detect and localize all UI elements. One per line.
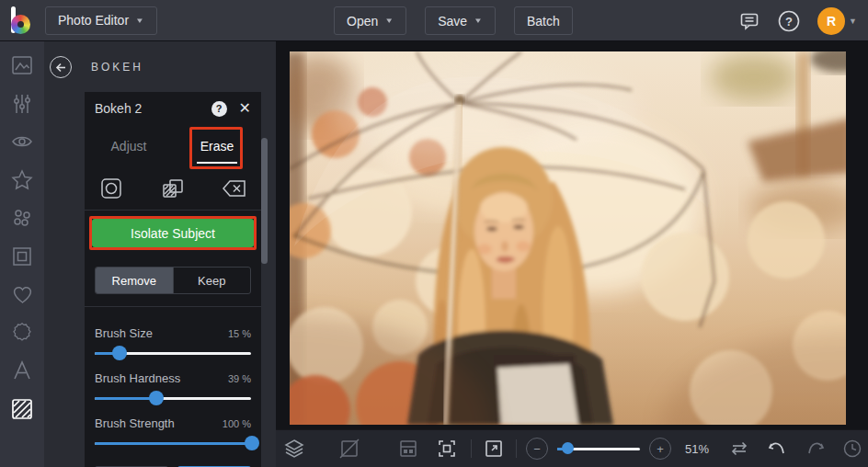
card-title-row: Bokeh 2 ? ✕	[85, 92, 261, 125]
tab-adjust[interactable]: Adjust	[85, 125, 173, 167]
before-after-loop-icon[interactable]	[728, 439, 750, 458]
tab-erase[interactable]: Erase	[173, 125, 261, 167]
divider	[85, 210, 261, 211]
sidebar-item-graphics[interactable]	[10, 322, 34, 344]
chevron-down-icon: ▼	[849, 17, 857, 26]
brush-size-group: Brush Size 15 %	[95, 326, 251, 363]
textures-icon	[11, 398, 33, 420]
sidebar-item-edit[interactable]	[10, 54, 34, 76]
befunky-logo-icon[interactable]	[8, 6, 36, 34]
chevron-down-icon: ▼	[135, 17, 144, 25]
divider	[471, 439, 472, 458]
panel-header: BOKEH	[44, 56, 143, 78]
slider-thumb[interactable]	[149, 391, 164, 405]
avatar: R	[817, 7, 845, 35]
sidebar-item-adjust[interactable]	[10, 93, 34, 115]
card-help-icon[interactable]: ?	[211, 101, 227, 117]
zoom-level: 51%	[680, 442, 714, 456]
card-close-icon[interactable]: ✕	[239, 101, 251, 116]
effects-star-icon	[11, 169, 33, 190]
brush-size-label: Brush Size	[95, 326, 153, 340]
remove-keep-toggle: Remove Keep	[95, 267, 251, 294]
canvas-area[interactable]	[276, 41, 868, 429]
brush-strength-value: 100 %	[223, 418, 251, 429]
redo-icon[interactable]	[805, 439, 827, 458]
sidebar-item-frames[interactable]	[10, 245, 34, 268]
tool-rail	[0, 41, 44, 467]
adjust-sliders-icon	[12, 94, 32, 114]
zoom-slider[interactable]	[557, 439, 640, 458]
layers-icon[interactable]	[283, 439, 305, 459]
fit-screen-icon[interactable]	[436, 439, 458, 459]
canvas-layout-icon[interactable]	[397, 439, 419, 459]
photo-editor-app: Photo Editor ▼ Open ▼ Save ▼ Batch	[0, 0, 868, 467]
erase-tools-row	[85, 167, 261, 210]
bokeh-panel: BOKEH Bokeh 2 ? ✕ Adjust Erase	[44, 41, 276, 467]
account-menu[interactable]: R ▼	[817, 7, 857, 35]
sidebar-item-overlays[interactable]	[10, 283, 34, 305]
slider-thumb[interactable]	[245, 436, 259, 450]
product-menu-button[interactable]: Photo Editor ▼	[45, 6, 157, 35]
sidebar-item-textures[interactable]	[10, 398, 34, 420]
chevron-down-icon: ▼	[384, 17, 394, 25]
brush-size-slider[interactable]	[95, 343, 251, 363]
tab-bar: Adjust Erase	[85, 125, 261, 167]
product-menu-label: Photo Editor	[58, 13, 129, 28]
back-button[interactable]	[50, 56, 72, 78]
history-clock-icon[interactable]	[841, 439, 863, 459]
frames-icon	[12, 246, 32, 267]
topbar-right: ? R ▼	[738, 0, 857, 41]
brush-strength-group: Brush Strength 100 %	[95, 416, 251, 453]
sidebar-item-effects[interactable]	[10, 169, 34, 191]
brush-strength-label: Brush Strength	[95, 416, 175, 430]
brush-size-value: 15 %	[228, 328, 251, 339]
brush-sliders: Brush Size 15 % Brush Hardness 39 %	[85, 307, 261, 453]
bokeh-settings-card: Bokeh 2 ? ✕ Adjust Erase	[85, 92, 261, 467]
topbar: Photo Editor ▼ Open ▼ Save ▼ Batch	[0, 0, 868, 41]
open-fullscreen-icon[interactable]	[483, 439, 505, 459]
touchup-eye-icon	[11, 133, 33, 150]
text-icon	[12, 360, 32, 381]
brush-hardness-value: 39 %	[228, 373, 251, 384]
undo-icon[interactable]	[766, 439, 788, 458]
brush-hardness-slider[interactable]	[95, 388, 251, 408]
brush-strength-slider[interactable]	[95, 433, 251, 453]
zoom-in-icon[interactable]: +	[649, 438, 671, 460]
panel-scrollbar[interactable]	[261, 138, 268, 264]
image-edit-icon	[11, 55, 33, 75]
card-title: Bokeh 2	[95, 101, 211, 116]
chevron-down-icon: ▼	[474, 17, 483, 25]
compare-icon[interactable]	[338, 439, 360, 459]
artsy-dots-icon	[12, 208, 32, 228]
invert-mask-icon[interactable]	[159, 175, 187, 202]
overlays-heart-icon	[12, 285, 33, 304]
zoom-out-icon[interactable]: −	[526, 438, 548, 460]
svg-text:?: ?	[785, 15, 793, 28]
brush-hardness-label: Brush Hardness	[95, 371, 180, 385]
sidebar-item-touchup[interactable]	[10, 131, 34, 153]
batch-button[interactable]: Batch	[514, 6, 573, 35]
slider-thumb[interactable]	[112, 346, 127, 360]
divider	[516, 439, 517, 458]
chat-icon[interactable]	[738, 10, 760, 32]
brush-shape-icon[interactable]	[97, 175, 125, 202]
arrow-left-icon	[55, 62, 67, 74]
sidebar-item-text[interactable]	[10, 359, 34, 382]
topbar-center-actions: Open ▼ Save ▼ Batch	[334, 6, 573, 35]
photo-canvas[interactable]	[290, 51, 846, 425]
clear-backspace-icon[interactable]	[221, 175, 248, 202]
open-button[interactable]: Open ▼	[334, 6, 406, 35]
segment-remove[interactable]: Remove	[96, 268, 173, 293]
panel-title: BOKEH	[91, 61, 143, 74]
zoom-slider-thumb[interactable]	[562, 442, 574, 454]
isolate-subject-button[interactable]: Isolate Subject	[92, 219, 254, 247]
bottom-toolbar: − + 51%	[276, 429, 868, 467]
sidebar-item-artsy[interactable]	[10, 207, 34, 229]
save-button[interactable]: Save ▼	[425, 6, 496, 35]
segment-keep[interactable]: Keep	[173, 268, 251, 293]
brush-hardness-group: Brush Hardness 39 %	[95, 371, 251, 408]
graphics-badge-icon	[12, 323, 32, 343]
help-icon[interactable]: ?	[777, 9, 801, 33]
